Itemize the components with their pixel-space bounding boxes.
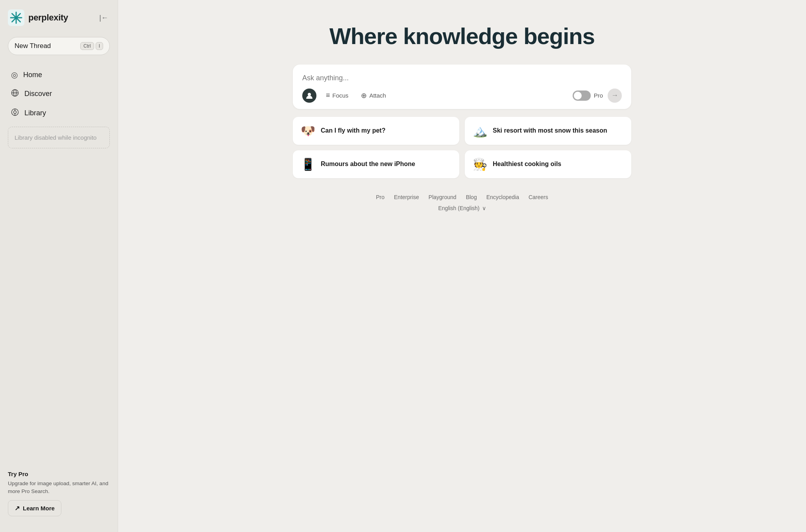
try-pro-title: Try Pro (8, 471, 110, 477)
footer-link-careers[interactable]: Careers (529, 194, 548, 200)
toolbar-right: Pro → (573, 89, 622, 103)
home-label: Home (23, 71, 42, 79)
iphone-emoji: 📱 (301, 157, 315, 171)
language-label: English (English) (438, 205, 479, 211)
focus-label: Focus (333, 92, 349, 99)
new-thread-button[interactable]: New Thread Ctrl I (8, 37, 110, 55)
try-pro-description: Upgrade for image upload, smarter AI, an… (8, 480, 110, 496)
sidebar: perplexity |← New Thread Ctrl I ◎ Home D… (0, 0, 118, 532)
svg-point-10 (14, 111, 17, 114)
pro-label: Pro (594, 92, 603, 99)
page-title: Where knowledge begins (329, 24, 595, 49)
logo-icon (8, 9, 24, 26)
attach-label: Attach (369, 92, 386, 99)
avatar[interactable] (302, 89, 316, 103)
ctrl-key: Ctrl (80, 42, 94, 50)
i-key: I (96, 42, 103, 50)
submit-icon: → (611, 91, 618, 100)
ski-text: Ski resort with most snow this season (493, 127, 607, 135)
pet-text: Can I fly with my pet? (321, 127, 385, 135)
pro-toggle[interactable]: Pro (573, 91, 603, 101)
main-content: Where knowledge begins ≡ Focus ⊕ Attach (118, 0, 806, 532)
learn-more-button[interactable]: ↗ Learn More (8, 500, 61, 516)
collapse-icon: |← (99, 14, 108, 22)
search-box: ≡ Focus ⊕ Attach Pro → (293, 65, 631, 109)
svg-point-5 (15, 16, 18, 19)
logo-text: perplexity (28, 13, 68, 23)
attach-icon: ⊕ (361, 91, 367, 100)
discover-icon (11, 89, 19, 99)
suggestions-grid: 🐶 Can I fly with my pet? 🏔️ Ski resort w… (293, 117, 631, 178)
suggestion-card-pet[interactable]: 🐶 Can I fly with my pet? (293, 117, 459, 145)
home-icon: ◎ (11, 70, 18, 79)
suggestion-card-cooking[interactable]: 🧑‍🍳 Healthiest cooking oils (465, 150, 631, 178)
footer-link-encyclopedia[interactable]: Encyclopedia (486, 194, 519, 200)
toggle-thumb (574, 92, 582, 100)
collapse-button[interactable]: |← (98, 12, 110, 24)
logo-area: perplexity (8, 9, 68, 26)
new-thread-shortcut: Ctrl I (80, 42, 103, 50)
cooking-text: Healthiest cooking oils (493, 160, 561, 168)
footer-language[interactable]: English (English) ∨ (438, 205, 486, 211)
iphone-text: Rumours about the new iPhone (321, 160, 415, 168)
footer-link-pro[interactable]: Pro (376, 194, 385, 200)
library-label: Library (24, 109, 46, 117)
learn-more-icon: ↗ (15, 504, 20, 512)
search-input[interactable] (302, 74, 622, 82)
pet-emoji: 🐶 (301, 124, 315, 138)
learn-more-label: Learn More (23, 505, 55, 512)
sidebar-item-home[interactable]: ◎ Home (8, 66, 110, 83)
try-pro-section: Try Pro Upgrade for image upload, smarte… (8, 471, 110, 517)
search-toolbar: ≡ Focus ⊕ Attach Pro → (302, 89, 622, 103)
new-thread-label: New Thread (15, 42, 51, 50)
footer-link-playground[interactable]: Playground (429, 194, 457, 200)
library-icon (11, 108, 19, 118)
library-disabled-box: Library disabled while incognito (8, 127, 110, 148)
footer-link-blog[interactable]: Blog (466, 194, 477, 200)
library-disabled-text: Library disabled while incognito (15, 134, 96, 141)
discover-label: Discover (24, 90, 52, 98)
focus-icon: ≡ (326, 91, 330, 100)
chevron-down-icon: ∨ (482, 205, 486, 211)
footer-link-enterprise[interactable]: Enterprise (394, 194, 419, 200)
focus-button[interactable]: ≡ Focus (323, 90, 351, 101)
sidebar-item-library[interactable]: Library (8, 104, 110, 122)
footer-links: Pro Enterprise Playground Blog Encyclope… (376, 194, 548, 200)
toggle-track[interactable] (573, 91, 591, 101)
svg-point-13 (308, 93, 311, 96)
sidebar-header: perplexity |← (8, 9, 110, 26)
sidebar-bottom: Try Pro Upgrade for image upload, smarte… (8, 461, 110, 523)
ski-emoji: 🏔️ (473, 124, 487, 138)
suggestion-card-ski[interactable]: 🏔️ Ski resort with most snow this season (465, 117, 631, 145)
sidebar-item-discover[interactable]: Discover (8, 85, 110, 103)
submit-button[interactable]: → (608, 89, 622, 103)
cooking-emoji: 🧑‍🍳 (473, 157, 487, 171)
attach-button[interactable]: ⊕ Attach (358, 90, 389, 102)
suggestion-card-iphone[interactable]: 📱 Rumours about the new iPhone (293, 150, 459, 178)
